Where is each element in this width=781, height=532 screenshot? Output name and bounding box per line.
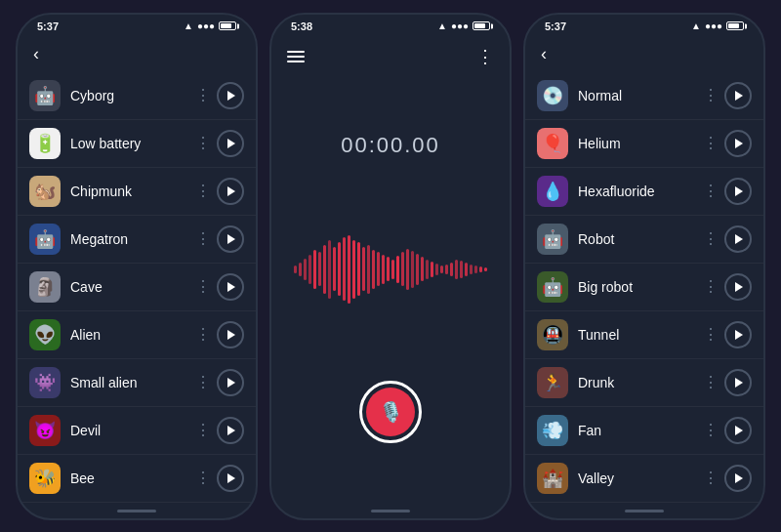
wave-bar-12	[352, 240, 355, 299]
item-name-normal: Normal	[578, 88, 697, 103]
item-icon-big-robot: 🤖	[537, 271, 568, 303]
item-more-bee[interactable]: ⋮	[189, 469, 217, 487]
play-button-drunk[interactable]	[724, 369, 752, 396]
play-icon-hexafluoride	[735, 186, 743, 196]
item-more-fan[interactable]: ⋮	[697, 421, 724, 439]
wave-bar-35	[465, 263, 468, 276]
item-more-normal[interactable]: ⋮	[697, 86, 724, 104]
play-button-low-battery[interactable]	[217, 130, 244, 157]
list-item-megatron[interactable]: 🤖 Megatron ⋮	[18, 216, 256, 264]
back-button-1[interactable]: ‹	[33, 44, 39, 64]
item-more-low-battery[interactable]: ⋮	[189, 134, 217, 152]
wave-bar-8	[333, 247, 336, 291]
list-item-chipmunk[interactable]: 🐿️ Chipmunk ⋮	[18, 168, 256, 216]
wave-bar-24	[411, 251, 414, 288]
item-more-valley[interactable]: ⋮	[697, 469, 724, 487]
signal-icon-3: ●●●	[705, 20, 722, 31]
wave-bar-25	[416, 254, 419, 285]
voice-effects-list-3: 💿 Normal ⋮ 🎈 Helium ⋮ 💧 Hexafluoride ⋮	[525, 72, 763, 510]
list-item-valley[interactable]: 🏰 Valley ⋮	[525, 455, 763, 503]
record-button[interactable]: 🎙️	[359, 381, 422, 443]
wave-bar-17	[377, 252, 380, 286]
wave-bar-2	[304, 259, 307, 280]
play-button-devil[interactable]	[217, 417, 244, 444]
list-item-drunk[interactable]: 🏃 Drunk ⋮	[525, 359, 763, 407]
item-more-alien[interactable]: ⋮	[189, 325, 217, 344]
play-icon-tunnel	[735, 330, 743, 340]
item-emoji-robot: 🤖	[542, 228, 563, 250]
item-emoji-chipmunk: 🐿️	[34, 181, 56, 202]
play-button-big-robot[interactable]	[724, 273, 752, 301]
back-button-3[interactable]: ‹	[541, 44, 547, 64]
list-item-robot[interactable]: 🤖 Robot ⋮	[525, 216, 763, 264]
list-item-normal[interactable]: 💿 Normal ⋮	[525, 72, 763, 120]
menu-button[interactable]	[287, 51, 305, 62]
play-button-helium[interactable]	[724, 130, 752, 157]
signal-icon-2: ●●●	[451, 20, 469, 31]
play-icon-drunk	[735, 378, 743, 388]
list-item-low-battery[interactable]: 🔋 Low battery ⋮	[18, 120, 256, 168]
list-item-small-alien[interactable]: 👾 Small alien ⋮	[18, 359, 256, 407]
wave-bar-13	[357, 242, 360, 296]
item-more-helium[interactable]: ⋮	[697, 134, 724, 152]
item-name-low-battery: Low battery	[70, 136, 189, 151]
list-item-helium[interactable]: 🎈 Helium ⋮	[525, 120, 763, 168]
item-more-robot[interactable]: ⋮	[697, 229, 724, 248]
list-item-cave[interactable]: 🗿 Cave ⋮	[18, 264, 256, 311]
list-item-fan[interactable]: 💨 Fan ⋮	[525, 407, 763, 455]
play-button-alien[interactable]	[217, 321, 244, 348]
item-icon-bee: 🐝	[29, 463, 61, 494]
item-more-big-robot[interactable]: ⋮	[697, 277, 724, 296]
item-name-hexafluoride: Hexafluoride	[578, 184, 697, 199]
wave-bar-15	[367, 245, 370, 294]
item-more-megatron[interactable]: ⋮	[189, 229, 217, 248]
item-icon-cyborg: 🤖	[29, 80, 61, 111]
item-more-small-alien[interactable]: ⋮	[189, 373, 217, 391]
battery-icon-2	[473, 21, 490, 30]
item-more-cyborg[interactable]: ⋮	[189, 86, 217, 104]
play-button-robot[interactable]	[724, 225, 752, 253]
play-icon-helium	[735, 139, 743, 148]
play-icon-normal	[735, 91, 743, 101]
play-button-cyborg[interactable]	[217, 82, 244, 109]
list-item-alien[interactable]: 👽 Alien ⋮	[18, 311, 256, 359]
list-item-underwater[interactable]: ⚙️ Underwater ⋮	[525, 503, 763, 510]
wave-bar-1	[299, 263, 302, 276]
item-more-devil[interactable]: ⋮	[189, 421, 217, 439]
play-button-tunnel[interactable]	[724, 321, 752, 348]
play-button-chipmunk[interactable]	[217, 178, 244, 205]
item-emoji-drunk: 🏃	[542, 372, 563, 393]
wave-bar-32	[450, 263, 453, 276]
item-more-hexafluoride[interactable]: ⋮	[697, 182, 724, 200]
list-item-cyborg[interactable]: 🤖 Cyborg ⋮	[18, 72, 256, 120]
list-item-hexafluoride[interactable]: 💧 Hexafluoride ⋮	[525, 168, 763, 216]
status-bar-2: 5:38 ▲ ●●●	[271, 15, 510, 36]
play-button-bee[interactable]	[217, 465, 244, 492]
list-item-devil[interactable]: 😈 Devil ⋮	[18, 407, 256, 455]
phone-1: 5:37 ▲ ●●● ‹ 🤖 Cyborg ⋮ 🔋 Low battery ⋮	[16, 13, 258, 520]
item-more-cave[interactable]: ⋮	[189, 277, 217, 296]
play-button-hexafluoride[interactable]	[724, 178, 752, 205]
play-icon-chipmunk	[227, 186, 235, 196]
play-button-normal[interactable]	[724, 82, 752, 109]
item-icon-cave: 🗿	[29, 271, 61, 303]
play-icon-fan	[735, 426, 743, 435]
list-item-zombie[interactable]: 🧟 Zombie ⋮	[18, 503, 256, 510]
item-icon-small-alien: 👾	[29, 367, 61, 398]
play-icon-robot	[735, 234, 743, 244]
play-button-valley[interactable]	[724, 465, 752, 492]
list-item-big-robot[interactable]: 🤖 Big robot ⋮	[525, 264, 763, 311]
wave-bar-27	[426, 260, 429, 279]
play-button-fan[interactable]	[724, 417, 752, 444]
item-more-chipmunk[interactable]: ⋮	[189, 182, 217, 200]
play-button-cave[interactable]	[217, 273, 244, 301]
item-more-tunnel[interactable]: ⋮	[697, 325, 724, 344]
item-icon-hexafluoride: 💧	[537, 176, 568, 207]
play-button-megatron[interactable]	[217, 225, 244, 253]
item-more-drunk[interactable]: ⋮	[697, 373, 724, 391]
wave-bar-18	[382, 255, 385, 284]
more-button-recorder[interactable]: ⋮	[476, 46, 494, 67]
list-item-tunnel[interactable]: 🚇 Tunnel ⋮	[525, 311, 763, 359]
play-button-small-alien[interactable]	[217, 369, 244, 396]
list-item-bee[interactable]: 🐝 Bee ⋮	[18, 455, 256, 503]
